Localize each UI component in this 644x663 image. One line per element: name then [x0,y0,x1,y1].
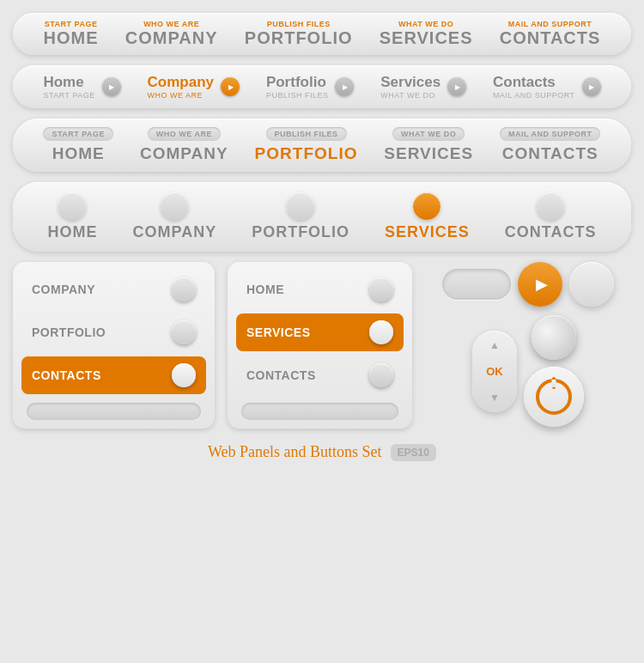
nav1-sublabel-2: PUBLISH FILES [267,20,331,28]
footer-badge: EPS10 [391,444,436,461]
nav2-sublabel-3: WHAT WE DO [380,91,440,100]
scroll-up-icon: ▲ [489,339,500,351]
navbar-3: START PAGE HOME WHO WE ARE COMPANY PUBLI… [13,119,631,172]
nav3-pill-4: MAIL AND SUPPORT [500,127,601,141]
nav2-sublabel-2: PUBLISH FILES [266,91,329,100]
nav3-pill-2: PUBLISH FILES [266,127,347,141]
nav1-sublabel-0: START PAGE [45,20,98,28]
nav2-label-1: Company [148,74,214,91]
list-mid-label-0: HOME [246,283,284,296]
list-mid-item-services[interactable]: SERVICES [236,313,404,351]
list-mid-scrollbar[interactable] [241,403,398,420]
nav2-item-contacts[interactable]: Contacts MAIL AND SUPPORT ▶ [493,74,601,100]
nav1-item-contacts[interactable]: MAIL AND SUPPORT CONTACTS [500,20,601,48]
list-mid-toggle-1[interactable] [369,320,393,344]
nav3-item-contacts[interactable]: MAIL AND SUPPORT CONTACTS [500,127,601,163]
scroll-down-icon: ▼ [489,392,500,404]
nav3-item-home[interactable]: START PAGE HOME [43,127,113,163]
nav2-sublabel-4: MAIL AND SUPPORT [493,91,575,100]
list-mid-label-1: SERVICES [246,325,311,339]
nav2-arrow-icon-4: ▶ [589,83,594,91]
nav4-item-home[interactable]: HOME [47,192,97,241]
nav1-label-0: HOME [44,28,99,48]
scroll-widget[interactable]: ▲ OK ▼ [472,331,517,412]
nav3-label-1: COMPANY [140,144,228,163]
nav2-arrow-4[interactable]: ▶ [582,77,601,96]
list-left-label-0: COMPANY [32,283,95,296]
power-icon [536,379,572,415]
list-left-label-1: PORTFOLIO [32,325,106,339]
nav3-pill-3: WHAT WE DO [392,127,465,141]
round-button-gray[interactable] [569,262,614,307]
list-left-toggle-0[interactable] [172,277,196,301]
nav2-arrow-1[interactable]: ▶ [221,77,240,96]
nav3-label-3: SERVICES [384,144,473,163]
nav3-pill-0: START PAGE [43,127,113,141]
pill-toggle[interactable] [442,269,511,300]
play-icon: ▶ [536,275,548,294]
list-mid-item-home[interactable]: HOME [236,271,404,308]
play-button[interactable]: ▶ [518,262,562,307]
nav3-item-company[interactable]: WHO WE ARE COMPANY [140,127,228,163]
list-left-item-portfolio[interactable]: PORTFOLIO [21,313,206,351]
nav2-text-0: Home START PAGE [43,74,94,100]
nav2-label-3: Services [380,74,440,91]
right-controls: ▶ ▲ OK ▼ [425,262,631,427]
nav2-item-home[interactable]: Home START PAGE ▶ [43,74,120,100]
nav2-item-portfolio[interactable]: Portfolio PUBLISH FILES ▶ [266,74,355,100]
nav4-item-company[interactable]: COMPANY [132,192,216,241]
nav2-text-4: Contacts MAIL AND SUPPORT [493,74,575,100]
nav1-item-company[interactable]: WHO WE ARE COMPANY [125,20,218,48]
list-left-toggle-1[interactable] [172,320,196,344]
nav3-item-services[interactable]: WHAT WE DO SERVICES [384,127,473,163]
nav2-item-services[interactable]: Services WHAT WE DO ▶ [380,74,466,100]
nav2-arrow-icon-3: ▶ [455,83,460,91]
footer: Web Panels and Buttons Set EPS10 [208,443,436,461]
nav2-item-company[interactable]: Company WHO WE ARE ▶ [148,74,240,100]
nav2-arrow-0[interactable]: ▶ [102,77,121,96]
scroll-ok-label: OK [486,365,503,378]
nav4-item-portfolio[interactable]: PORTFOLIO [252,192,349,241]
controls-row-2-outer: ▲ OK ▼ [425,315,631,427]
nav1-sublabel-1: WHO WE ARE [143,20,199,28]
nav1-item-portfolio[interactable]: PUBLISH FILES PORTFOLIO [245,20,353,48]
nav1-item-services[interactable]: WHAT WE DO SERVICES [380,20,473,48]
nav1-sublabel-4: MAIL AND SUPPORT [508,20,592,28]
nav1-item-home[interactable]: START PAGE HOME [44,20,99,48]
nav2-label-4: Contacts [493,74,575,91]
nav2-sublabel-0: START PAGE [43,91,94,100]
list-left-item-company[interactable]: COMPANY [21,271,206,308]
list-left-label-2: CONTACTS [32,368,101,382]
knob-button[interactable] [532,315,576,360]
nav3-label-0: HOME [52,144,105,163]
nav2-arrow-2[interactable]: ▶ [335,77,354,96]
nav2-text-3: Services WHAT WE DO [380,74,440,100]
list-left-item-contacts[interactable]: CONTACTS [21,356,206,394]
nav4-circle-2 [287,192,314,220]
navbar-1: START PAGE HOME WHO WE ARE COMPANY PUBLI… [13,13,631,55]
list-panel-left: COMPANY PORTFOLIO CONTACTS [13,262,215,429]
nav4-label-3: SERVICES [385,223,470,241]
nav4-item-contacts[interactable]: CONTACTS [505,192,597,241]
list-left-scrollbar[interactable] [27,403,201,420]
nav2-text-1: Company WHO WE ARE [148,74,214,100]
nav2-arrow-3[interactable]: ▶ [447,77,466,96]
nav1-label-4: CONTACTS [500,28,601,48]
controls-row-1: ▶ [425,262,631,307]
list-mid-item-contacts[interactable]: CONTACTS [236,356,404,394]
navbar-4: HOME COMPANY PORTFOLIO SERVICES CONTACTS [13,182,631,252]
power-button[interactable] [524,367,584,427]
nav1-label-2: PORTFOLIO [245,28,353,48]
nav4-circle-4 [537,192,564,220]
nav1-label-3: SERVICES [380,28,473,48]
navbar-2: Home START PAGE ▶ Company WHO WE ARE ▶ P… [13,65,631,108]
list-panel-mid: HOME SERVICES CONTACTS [228,262,412,429]
nav4-label-0: HOME [47,223,97,241]
list-left-toggle-2[interactable] [172,363,196,387]
nav3-item-portfolio[interactable]: PUBLISH FILES PORTFOLIO [255,127,358,163]
nav4-label-1: COMPANY [132,223,216,241]
list-mid-toggle-0[interactable] [369,277,393,301]
list-mid-toggle-2[interactable] [369,363,393,387]
nav4-label-4: CONTACTS [505,223,597,241]
nav4-item-services[interactable]: SERVICES [385,192,470,241]
